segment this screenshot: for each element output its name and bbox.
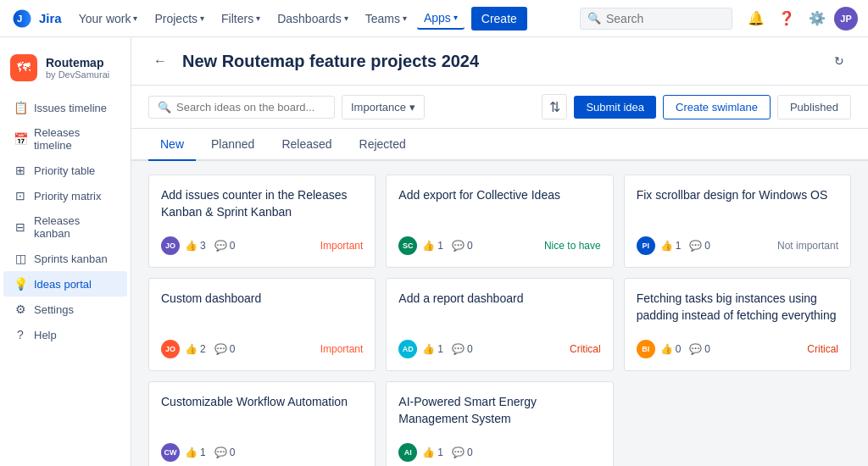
avatar: AI [398, 443, 417, 462]
priority-label: Not important [777, 240, 838, 252]
priority-table-icon: ⊞ [14, 164, 27, 177]
nav-apps[interactable]: Apps ▾ [417, 8, 465, 30]
comments-count: 0 [704, 343, 710, 355]
sidebar-item-issues-timeline[interactable]: 📋 Issues timeline [3, 95, 127, 120]
nav-yourwork[interactable]: Your work ▾ [72, 8, 145, 29]
help-icon: ? [14, 328, 27, 341]
thumbs-up-icon: 👍 [660, 240, 673, 252]
card-footer: AI 👍 1 💬 0 [398, 443, 600, 462]
idea-search-box[interactable]: 🔍 [148, 96, 335, 119]
avatar: PI [637, 236, 655, 255]
nav-dashboards[interactable]: Dashboards ▾ [270, 8, 355, 29]
importance-dropdown[interactable]: Importance ▾ [342, 95, 425, 119]
search-input[interactable] [606, 12, 725, 25]
likes-count: 1 [437, 240, 443, 252]
notifications-button[interactable]: 🔔 [743, 5, 770, 32]
idea-search-input[interactable] [176, 101, 326, 114]
likes-stat: 👍 1 [660, 240, 682, 252]
nav-filters[interactable]: Filters ▾ [214, 8, 267, 29]
nav-projects[interactable]: Projects ▾ [147, 8, 211, 29]
thumbs-up-icon: 👍 [422, 343, 435, 355]
card-title: Fix scrollbar design for Windows OS [637, 187, 838, 223]
sidebar-item-label: Priority matrix [34, 190, 101, 202]
user-avatar[interactable]: JP [834, 7, 858, 31]
sidebar-item-help[interactable]: ? Help [3, 322, 127, 347]
comments-count: 0 [467, 447, 473, 458]
sidebar-item-label: Sprints kanban [34, 252, 108, 265]
sidebar-item-releases-kanban[interactable]: ⊟ Releases kanban [3, 208, 127, 246]
likes-count: 3 [200, 240, 206, 252]
svg-text:J: J [17, 14, 22, 24]
sidebar-item-ideas-portal[interactable]: 💡 Ideas portal [3, 271, 127, 297]
sidebar-item-label: Releases timeline [34, 126, 117, 152]
jira-logo[interactable]: J Jira [10, 7, 62, 31]
card-title: Fetching tasks big instances using paddi… [637, 291, 838, 326]
comments-count: 0 [230, 447, 236, 458]
tab-rejected[interactable]: Rejected [348, 129, 418, 161]
idea-card[interactable]: AI-Powered Smart Energy Management Syste… [386, 381, 613, 466]
importance-label: Importance [351, 101, 406, 114]
published-button[interactable]: Published [777, 95, 851, 119]
sidebar-item-priority-table[interactable]: ⊞ Priority table [3, 158, 127, 183]
likes-stat: 👍 1 [422, 343, 443, 355]
likes-count: 1 [200, 447, 206, 458]
refresh-button[interactable]: ↻ [827, 49, 851, 73]
create-button[interactable]: Create [471, 7, 527, 31]
topnav: J Jira Your work ▾ Projects ▾ Filters ▾ … [0, 0, 868, 37]
card-footer: SC 👍 1 💬 0 Nice to have [398, 236, 600, 255]
likes-stat: 👍 2 [185, 343, 206, 355]
thumbs-up-icon: 👍 [185, 240, 198, 252]
likes-count: 0 [676, 343, 682, 355]
avatar: CW [161, 443, 180, 462]
sidebar-item-settings[interactable]: ⚙ Settings [3, 297, 127, 322]
idea-card[interactable]: Add a report dashboard AD 👍 1 💬 0 Critic… [386, 278, 613, 371]
card-footer: JO 👍 3 💬 0 Important [161, 236, 363, 255]
idea-card[interactable]: Add export for Collective Ideas SC 👍 1 💬… [386, 175, 613, 268]
sidebar-item-priority-matrix[interactable]: ⊡ Priority matrix [3, 183, 127, 208]
avatar: JO [161, 340, 180, 358]
submit-idea-button[interactable]: Submit idea [574, 96, 656, 119]
avatar: AD [398, 340, 417, 358]
comment-icon: 💬 [214, 447, 227, 458]
priority-matrix-icon: ⊡ [14, 189, 27, 202]
likes-count: 1 [437, 447, 443, 458]
back-button[interactable]: ← [148, 49, 172, 73]
priority-label: Important [320, 343, 364, 355]
help-button[interactable]: ❓ [773, 5, 800, 32]
create-swimlane-button[interactable]: Create swimlane [663, 95, 771, 119]
search-box[interactable]: 🔍 [580, 8, 732, 30]
gear-icon: ⚙ [14, 302, 27, 316]
idea-card[interactable]: Add issues counter in the Releases Kanba… [148, 175, 376, 268]
card-title: Customizable Workflow Automation [161, 394, 363, 430]
tab-released[interactable]: Released [270, 129, 343, 161]
app-layout: 🗺 Routemap by DevSamurai 📋 Issues timeli… [0, 37, 868, 466]
idea-card[interactable]: Customizable Workflow Automation CW 👍 1 … [148, 381, 376, 466]
comments-count: 0 [230, 240, 236, 252]
sidebar-item-releases-timeline[interactable]: 📅 Releases timeline [3, 120, 127, 158]
comments-stat: 💬 0 [452, 240, 473, 252]
comments-count: 0 [467, 240, 473, 252]
chevron-down-icon: ▾ [133, 14, 137, 23]
card-footer: AD 👍 1 💬 0 Critical [398, 340, 600, 358]
tab-planned[interactable]: Planned [199, 129, 266, 161]
idea-card[interactable]: Fetching tasks big instances using paddi… [624, 278, 851, 371]
sidebar: 🗺 Routemap by DevSamurai 📋 Issues timeli… [0, 37, 131, 466]
page-title: New Routemap feature projects 2024 [182, 52, 817, 71]
sidebar-item-sprints-kanban[interactable]: ◫ Sprints kanban [3, 246, 127, 271]
likes-stat: 👍 1 [422, 240, 443, 252]
comments-count: 0 [704, 240, 710, 252]
settings-button[interactable]: ⚙️ [804, 5, 831, 32]
tab-new[interactable]: New [148, 129, 196, 161]
nav-teams[interactable]: Teams ▾ [359, 8, 414, 29]
idea-card[interactable]: Fix scrollbar design for Windows OS PI 👍… [624, 175, 851, 268]
likes-stat: 👍 1 [185, 447, 206, 458]
card-meta: 👍 1 💬 0 [422, 447, 600, 458]
comments-stat: 💬 0 [214, 447, 236, 458]
thumbs-up-icon: 👍 [660, 343, 673, 355]
comment-icon: 💬 [452, 447, 465, 458]
idea-card[interactable]: Custom dashboard JO 👍 2 💬 0 Important [148, 278, 376, 371]
card-footer: CW 👍 1 💬 0 [161, 443, 363, 462]
sort-button[interactable]: ⇅ [542, 94, 567, 119]
likes-count: 1 [676, 240, 682, 252]
card-meta: 👍 3 💬 0 [185, 240, 315, 252]
